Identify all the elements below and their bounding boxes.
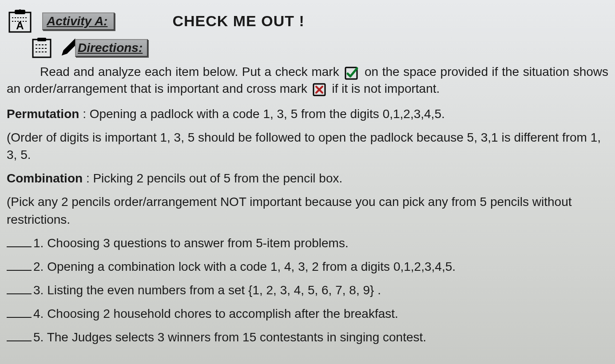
check-mark-icon	[345, 66, 359, 80]
instructions-text: Read and analyze each item below. Put a …	[7, 63, 608, 97]
directions-row: Directions:	[31, 37, 608, 59]
directions-label: Directions:	[75, 39, 148, 57]
question-number: 2.	[33, 260, 44, 273]
combination-note: (Pick any 2 pencils order/arrangement NO…	[7, 193, 608, 228]
header-row: A Activity A: CHECK ME OUT !	[7, 9, 608, 33]
combination-block: Combination : Picking 2 pencils out of 5…	[7, 170, 608, 187]
cross-mark-icon	[313, 82, 327, 96]
permutation-note: (Order of digits is important 1, 3, 5 sh…	[7, 129, 608, 163]
question-text: Opening a combination lock with a code 1…	[47, 260, 456, 273]
question-text: Choosing 2 household chores to accomplis…	[47, 307, 398, 320]
question-text: Choosing 3 questions to answer from 5-it…	[47, 236, 349, 250]
instruction-line1-prefix: Read and analyze each item below. Put a …	[7, 65, 339, 79]
answer-blank[interactable]	[7, 310, 32, 318]
answer-blank[interactable]	[7, 286, 32, 294]
question-number: 4.	[33, 307, 44, 320]
permutation-block: Permutation : Opening a padlock with a c…	[7, 105, 608, 123]
question-item: 4. Choosing 2 household chores to accomp…	[7, 305, 608, 322]
permutation-label: Permutation	[7, 107, 79, 121]
combination-text: : Picking 2 pencils out of 5 from the pe…	[86, 171, 342, 185]
answer-blank[interactable]	[7, 333, 32, 341]
question-text: Listing the even numbers from a set {1, …	[47, 283, 381, 297]
question-list: 1. Choosing 3 questions to answer from 5…	[7, 234, 608, 346]
svg-point-2	[19, 9, 21, 12]
question-item: 1. Choosing 3 questions to answer from 5…	[7, 234, 608, 252]
question-item: 5. The Judges selects 3 winners from 15 …	[7, 328, 608, 346]
notepad-icon	[31, 37, 56, 59]
clipboard-icon: A	[7, 9, 33, 33]
question-item: 2. Opening a combination lock with a cod…	[7, 258, 608, 275]
activity-label: Activity A:	[42, 12, 115, 30]
combination-label: Combination	[7, 171, 83, 185]
svg-rect-7	[37, 38, 46, 41]
answer-blank[interactable]	[7, 239, 32, 247]
question-item: 3. Listing the even numbers from a set {…	[7, 281, 608, 299]
question-number: 5.	[33, 330, 44, 344]
page-title: CHECK ME OUT !	[172, 12, 304, 30]
question-number: 3.	[33, 283, 44, 297]
permutation-text: : Opening a padlock with a code 1, 3, 5 …	[83, 107, 445, 121]
instruction-line1-suffix: on the space	[365, 65, 436, 79]
question-text: The Judges selects 3 winners from 15 con…	[47, 330, 426, 344]
instruction-line3-prefix: mark	[280, 82, 307, 95]
svg-text:A: A	[16, 20, 24, 32]
instruction-line3-suffix: if it is not important.	[332, 82, 440, 95]
answer-blank[interactable]	[7, 263, 32, 271]
question-number: 1.	[33, 236, 44, 250]
